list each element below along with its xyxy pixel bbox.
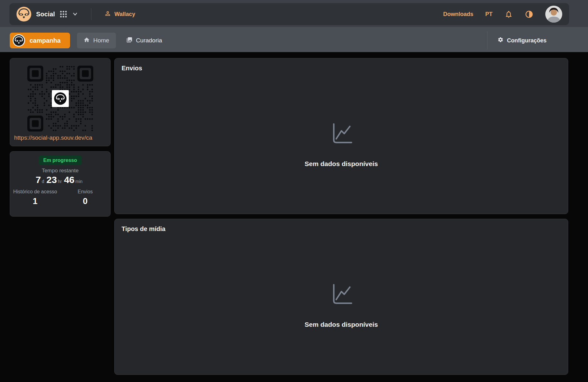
stats-row: Histórico de acesso 1 Envios 0: [10, 189, 110, 206]
qr-card: https://social-app.souv.dev/ca: [10, 58, 111, 146]
top-app-bar: Social Wallacy: [9, 3, 569, 25]
avatar[interactable]: [545, 6, 562, 23]
gear-icon: [498, 37, 504, 44]
tab-home-label: Home: [93, 37, 109, 44]
days-unit: d: [42, 179, 44, 184]
panel-envios-empty-state: Sem dados disponíveis: [115, 58, 568, 214]
stat-access-history: Histórico de acesso 1: [10, 189, 60, 206]
panel-media-types-empty-text: Sem dados disponíveis: [305, 321, 378, 328]
campaign-button[interactable]: campanha: [10, 33, 70, 48]
tab-home[interactable]: Home: [77, 33, 116, 48]
panel-envios: Envios Sem dados disponíveis: [114, 58, 568, 214]
status-card: Em progresso Tempo restante 7d23hr46min …: [10, 151, 111, 217]
toolbar: campanha Home Curadoria: [10, 31, 569, 50]
qr-code: [27, 66, 93, 132]
stat-envios-value: 0: [60, 196, 111, 206]
stat-access-history-value: 1: [10, 196, 60, 206]
chevron-down-icon[interactable]: [72, 11, 78, 17]
apps-grid-icon[interactable]: [60, 10, 67, 18]
days-value: 7: [35, 175, 41, 185]
tab-curation-label: Curadoria: [136, 37, 162, 44]
stat-access-history-label: Histórico de acesso: [10, 189, 60, 195]
time-remaining-value: 7d23hr46min: [10, 175, 110, 187]
contrast-icon[interactable]: [525, 10, 533, 19]
stat-envios: Envios 0: [60, 189, 111, 206]
topbar-divider: [91, 8, 91, 20]
user-chip[interactable]: Wallacy: [104, 10, 135, 19]
minutes-value: 46: [64, 175, 74, 185]
time-remaining-label: Tempo restante: [10, 168, 110, 174]
tab-curation[interactable]: Curadoria: [122, 33, 166, 48]
user-icon: [104, 10, 111, 19]
hours-unit: hr: [58, 179, 62, 184]
chart-empty-icon: [329, 282, 354, 309]
owl-qr-center-icon: [52, 90, 69, 107]
campaign-button-label: campanha: [30, 37, 61, 44]
chart-empty-icon: [329, 121, 354, 148]
settings-divider: [487, 31, 487, 50]
settings-button-label: Configurações: [507, 37, 547, 44]
topbar-right-group: Downloads PT: [443, 6, 562, 23]
app-name: Social: [36, 11, 55, 18]
user-name: Wallacy: [114, 11, 135, 18]
minutes-unit: min: [75, 179, 83, 184]
bell-icon[interactable]: [504, 10, 513, 19]
owl-badge-icon: [13, 34, 25, 47]
panel-media-types-empty-state: Sem dados disponíveis: [115, 219, 568, 374]
topbar-left-group: Social Wallacy: [16, 7, 135, 22]
campaign-url-link[interactable]: https://social-app.souv.dev/ca: [10, 134, 110, 141]
hours-value: 23: [46, 175, 57, 185]
panel-media-types: Tipos de mídia Sem dados disponíveis: [114, 219, 568, 375]
stat-envios-label: Envios: [60, 189, 111, 195]
panel-envios-empty-text: Sem dados disponíveis: [305, 160, 378, 168]
status-badge: Em progresso: [39, 156, 82, 165]
home-icon: [84, 37, 90, 45]
photo-library-icon: [126, 37, 133, 45]
owl-logo-icon[interactable]: [16, 7, 31, 22]
downloads-link[interactable]: Downloads: [443, 11, 473, 18]
settings-button[interactable]: Configurações: [498, 37, 569, 44]
language-selector[interactable]: PT: [485, 11, 493, 18]
header-zone: Social Wallacy: [0, 0, 588, 52]
